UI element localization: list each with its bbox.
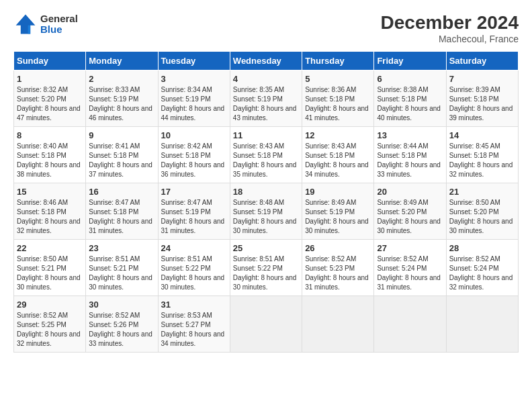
- day-number: 2: [89, 74, 154, 84]
- month-title: December 2024: [381, 12, 519, 34]
- col-saturday: Saturday: [446, 52, 518, 71]
- day-info: Sunrise: 8:49 AMSunset: 5:19 PMDaylight:…: [305, 198, 371, 236]
- day-number: 4: [233, 74, 299, 84]
- day-info: Sunrise: 8:50 AMSunset: 5:21 PMDaylight:…: [17, 255, 83, 292]
- day-info: Sunrise: 8:38 AMSunset: 5:18 PMDaylight:…: [377, 85, 443, 123]
- day-info: Sunrise: 8:51 AMSunset: 5:22 PMDaylight:…: [233, 255, 299, 292]
- day-number: 18: [233, 187, 299, 197]
- calendar-day-cell: 20 Sunrise: 8:49 AMSunset: 5:20 PMDaylig…: [374, 183, 446, 240]
- calendar-day-cell: [302, 296, 374, 353]
- day-number: 20: [377, 187, 443, 197]
- day-info: Sunrise: 8:40 AMSunset: 5:18 PMDaylight:…: [17, 142, 83, 179]
- day-number: 25: [233, 243, 299, 253]
- calendar-day-cell: 7 Sunrise: 8:39 AMSunset: 5:18 PMDayligh…: [446, 71, 518, 127]
- title-block: December 2024 Machecoul, France: [381, 12, 519, 44]
- day-info: Sunrise: 8:43 AMSunset: 5:18 PMDaylight:…: [305, 142, 371, 179]
- day-info: Sunrise: 8:45 AMSunset: 5:18 PMDaylight:…: [449, 142, 515, 179]
- calendar-day-cell: 3 Sunrise: 8:34 AMSunset: 5:19 PMDayligh…: [158, 71, 230, 127]
- calendar-day-cell: 11 Sunrise: 8:43 AMSunset: 5:18 PMDaylig…: [230, 127, 302, 183]
- calendar-day-cell: 24 Sunrise: 8:51 AMSunset: 5:22 PMDaylig…: [158, 240, 230, 296]
- logo-text: General Blue: [40, 13, 78, 36]
- calendar-day-cell: 9 Sunrise: 8:41 AMSunset: 5:18 PMDayligh…: [86, 127, 158, 183]
- day-info: Sunrise: 8:47 AMSunset: 5:18 PMDaylight:…: [89, 198, 154, 236]
- col-monday: Monday: [86, 52, 158, 71]
- calendar-day-cell: 27 Sunrise: 8:52 AMSunset: 5:24 PMDaylig…: [374, 240, 446, 296]
- logo-general-text: General: [40, 13, 78, 25]
- day-number: 23: [89, 243, 154, 253]
- logo-icon: [13, 12, 38, 36]
- day-number: 1: [17, 74, 83, 84]
- day-info: Sunrise: 8:52 AMSunset: 5:26 PMDaylight:…: [89, 311, 154, 349]
- day-number: 17: [161, 187, 227, 197]
- day-number: 31: [161, 300, 227, 310]
- day-info: Sunrise: 8:36 AMSunset: 5:18 PMDaylight:…: [305, 85, 371, 123]
- day-number: 29: [17, 300, 83, 310]
- col-wednesday: Wednesday: [230, 52, 302, 71]
- day-number: 7: [449, 74, 515, 84]
- calendar-week-row: 22 Sunrise: 8:50 AMSunset: 5:21 PMDaylig…: [14, 240, 519, 296]
- calendar-day-cell: 26 Sunrise: 8:52 AMSunset: 5:23 PMDaylig…: [302, 240, 374, 296]
- calendar-day-cell: 4 Sunrise: 8:35 AMSunset: 5:19 PMDayligh…: [230, 71, 302, 127]
- calendar-table: Sunday Monday Tuesday Wednesday Thursday…: [13, 51, 519, 353]
- day-info: Sunrise: 8:52 AMSunset: 5:24 PMDaylight:…: [377, 255, 443, 292]
- day-number: 14: [449, 130, 515, 140]
- calendar-day-cell: 16 Sunrise: 8:47 AMSunset: 5:18 PMDaylig…: [86, 183, 158, 240]
- col-thursday: Thursday: [302, 52, 374, 71]
- day-info: Sunrise: 8:44 AMSunset: 5:18 PMDaylight:…: [377, 142, 443, 179]
- page-container: General Blue December 2024 Machecoul, Fr…: [0, 0, 532, 362]
- day-number: 11: [233, 130, 299, 140]
- calendar-day-cell: 23 Sunrise: 8:51 AMSunset: 5:21 PMDaylig…: [86, 240, 158, 296]
- day-info: Sunrise: 8:39 AMSunset: 5:18 PMDaylight:…: [449, 85, 515, 123]
- day-info: Sunrise: 8:47 AMSunset: 5:19 PMDaylight:…: [161, 198, 227, 236]
- day-number: 26: [305, 243, 371, 253]
- day-number: 22: [17, 243, 83, 253]
- calendar-day-cell: 6 Sunrise: 8:38 AMSunset: 5:18 PMDayligh…: [374, 71, 446, 127]
- day-info: Sunrise: 8:41 AMSunset: 5:18 PMDaylight:…: [89, 142, 154, 179]
- day-number: 24: [161, 243, 227, 253]
- day-info: Sunrise: 8:51 AMSunset: 5:22 PMDaylight:…: [161, 255, 227, 292]
- day-info: Sunrise: 8:43 AMSunset: 5:18 PMDaylight:…: [233, 142, 299, 179]
- day-info: Sunrise: 8:50 AMSunset: 5:20 PMDaylight:…: [449, 198, 515, 236]
- day-number: 16: [89, 187, 154, 197]
- page-header: General Blue December 2024 Machecoul, Fr…: [13, 12, 519, 44]
- day-number: 21: [449, 187, 515, 197]
- day-number: 15: [17, 187, 83, 197]
- day-number: 13: [377, 130, 443, 140]
- calendar-day-cell: 18 Sunrise: 8:48 AMSunset: 5:19 PMDaylig…: [230, 183, 302, 240]
- calendar-day-cell: 10 Sunrise: 8:42 AMSunset: 5:18 PMDaylig…: [158, 127, 230, 183]
- day-number: 27: [377, 243, 443, 253]
- day-number: 10: [161, 130, 227, 140]
- calendar-day-cell: 2 Sunrise: 8:33 AMSunset: 5:19 PMDayligh…: [86, 71, 158, 127]
- calendar-day-cell: 14 Sunrise: 8:45 AMSunset: 5:18 PMDaylig…: [446, 127, 518, 183]
- calendar-day-cell: 29 Sunrise: 8:52 AMSunset: 5:25 PMDaylig…: [14, 296, 86, 353]
- logo-blue-text: Blue: [40, 24, 78, 36]
- calendar-week-row: 29 Sunrise: 8:52 AMSunset: 5:25 PMDaylig…: [14, 296, 519, 353]
- day-number: 3: [161, 74, 227, 84]
- calendar-week-row: 15 Sunrise: 8:46 AMSunset: 5:18 PMDaylig…: [14, 183, 519, 240]
- calendar-day-cell: 8 Sunrise: 8:40 AMSunset: 5:18 PMDayligh…: [14, 127, 86, 183]
- day-info: Sunrise: 8:35 AMSunset: 5:19 PMDaylight:…: [233, 85, 299, 123]
- calendar-day-cell: [446, 296, 518, 353]
- calendar-day-cell: 25 Sunrise: 8:51 AMSunset: 5:22 PMDaylig…: [230, 240, 302, 296]
- calendar-day-cell: 1 Sunrise: 8:32 AMSunset: 5:20 PMDayligh…: [14, 71, 86, 127]
- calendar-day-cell: 30 Sunrise: 8:52 AMSunset: 5:26 PMDaylig…: [86, 296, 158, 353]
- col-tuesday: Tuesday: [158, 52, 230, 71]
- calendar-day-cell: 5 Sunrise: 8:36 AMSunset: 5:18 PMDayligh…: [302, 71, 374, 127]
- calendar-day-cell: 21 Sunrise: 8:50 AMSunset: 5:20 PMDaylig…: [446, 183, 518, 240]
- calendar-day-cell: 17 Sunrise: 8:47 AMSunset: 5:19 PMDaylig…: [158, 183, 230, 240]
- svg-marker-0: [16, 15, 36, 34]
- day-info: Sunrise: 8:46 AMSunset: 5:18 PMDaylight:…: [17, 198, 83, 236]
- logo: General Blue: [13, 12, 78, 36]
- calendar-day-cell: 31 Sunrise: 8:53 AMSunset: 5:27 PMDaylig…: [158, 296, 230, 353]
- calendar-day-cell: 19 Sunrise: 8:49 AMSunset: 5:19 PMDaylig…: [302, 183, 374, 240]
- day-number: 12: [305, 130, 371, 140]
- location-title: Machecoul, France: [381, 34, 519, 44]
- calendar-day-cell: [374, 296, 446, 353]
- day-number: 19: [305, 187, 371, 197]
- day-info: Sunrise: 8:42 AMSunset: 5:18 PMDaylight:…: [161, 142, 227, 179]
- day-info: Sunrise: 8:53 AMSunset: 5:27 PMDaylight:…: [161, 311, 227, 349]
- day-info: Sunrise: 8:34 AMSunset: 5:19 PMDaylight:…: [161, 85, 227, 123]
- day-info: Sunrise: 8:51 AMSunset: 5:21 PMDaylight:…: [89, 255, 154, 292]
- day-info: Sunrise: 8:52 AMSunset: 5:23 PMDaylight:…: [305, 255, 371, 292]
- day-number: 5: [305, 74, 371, 84]
